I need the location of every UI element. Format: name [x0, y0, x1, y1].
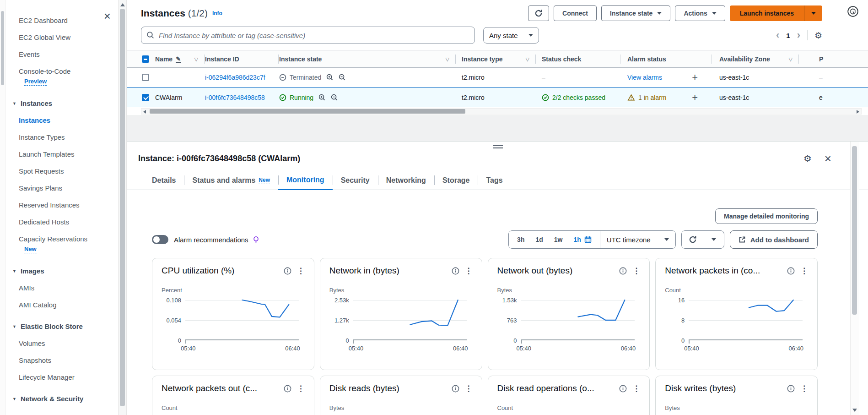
scroll-left-arrow-icon[interactable]: [143, 110, 146, 114]
sidebar-item-lifecycle-manager[interactable]: Lifecycle Manager: [6, 369, 118, 386]
scroll-up-arrow-icon[interactable]: [120, 3, 125, 6]
split-panel-drag-handle[interactable]: [493, 145, 503, 148]
instance-id-link[interactable]: i-00f6fc73648498c58: [205, 94, 265, 101]
sidebar-item-launch-templates[interactable]: Launch Templates: [6, 146, 118, 163]
alarm-recommendations-toggle[interactable]: [152, 235, 168, 244]
time-range-1w[interactable]: 1w: [554, 236, 563, 243]
connect-button[interactable]: Connect: [554, 5, 597, 21]
add-to-dashboard-button[interactable]: Add to dashboard: [730, 230, 818, 249]
instance-id-link[interactable]: i-06294f6a986d23c7f: [205, 74, 265, 81]
kebab-menu-icon[interactable]: ⋮: [465, 385, 473, 393]
horizontal-scrollbar[interactable]: [141, 108, 862, 115]
kebab-menu-icon[interactable]: ⋮: [632, 267, 640, 275]
scrollbar-thumb[interactable]: [1, 11, 4, 85]
zoom-out-filter-icon[interactable]: [339, 74, 346, 81]
zoom-in-filter-icon[interactable]: [326, 74, 334, 81]
tab-storage[interactable]: Storage: [434, 171, 478, 190]
sidebar-item-snapshots[interactable]: Snapshots: [6, 352, 118, 369]
info-icon[interactable]: [452, 385, 459, 393]
table-row-selected[interactable]: CWAlarm i-00f6fc73648498c58 Running t2.m…: [127, 87, 868, 107]
sort-icon[interactable]: ▽: [526, 56, 529, 62]
scrollbar-thumb[interactable]: [852, 146, 857, 315]
info-icon[interactable]: [619, 385, 627, 393]
info-icon[interactable]: [619, 267, 627, 275]
info-icon[interactable]: [284, 267, 291, 275]
time-range-1h-active[interactable]: 1h: [573, 236, 591, 243]
sidebar-item-instance-types[interactable]: Instance Types: [6, 129, 118, 146]
zoom-out-filter-icon[interactable]: [331, 94, 338, 101]
sidebar-item-savings-plans[interactable]: Savings Plans: [6, 180, 118, 197]
info-icon[interactable]: [787, 267, 795, 275]
time-range-3h[interactable]: 3h: [517, 236, 524, 243]
scroll-down-arrow-icon[interactable]: [852, 409, 857, 412]
sidebar-item-console-to-code[interactable]: Console-to-Code: [6, 63, 118, 77]
sort-icon[interactable]: ▽: [194, 56, 198, 62]
time-range-1d[interactable]: 1d: [535, 236, 543, 243]
sidebar-item-instances[interactable]: Instances: [6, 112, 118, 129]
scrollbar-thumb[interactable]: [120, 9, 125, 406]
refresh-button[interactable]: [528, 5, 549, 21]
instance-state-dropdown[interactable]: Instance state: [601, 5, 670, 21]
table-row[interactable]: i-06294f6a986d23c7f Terminated t2.micro …: [127, 68, 868, 87]
new-badge[interactable]: New: [24, 246, 37, 253]
page-number[interactable]: 1: [786, 32, 790, 39]
kebab-menu-icon[interactable]: ⋮: [297, 385, 305, 393]
sidebar-item-reserved-instances[interactable]: Reserved Instances: [6, 197, 118, 213]
info-link[interactable]: Info: [212, 10, 222, 16]
charts-refresh-button[interactable]: [682, 231, 704, 248]
manage-detailed-monitoring-button[interactable]: Manage detailed monitoring: [715, 208, 818, 224]
view-alarms-link[interactable]: View alarms: [627, 74, 662, 81]
info-icon[interactable]: [787, 385, 795, 393]
table-settings-gear-icon[interactable]: ⚙: [814, 31, 822, 40]
sidebar-item-capacity-reservations[interactable]: Capacity Reservations: [6, 230, 118, 245]
sidebar-item-ec2-global-view[interactable]: EC2 Global View: [6, 29, 118, 46]
info-icon[interactable]: [284, 385, 291, 393]
kebab-menu-icon[interactable]: ⋮: [800, 385, 808, 393]
sidebar-section-network-security[interactable]: ▼Network & Security: [6, 386, 118, 407]
panel-vertical-scrollbar[interactable]: [850, 142, 859, 415]
launch-instances-dropdown[interactable]: [804, 5, 822, 21]
info-icon[interactable]: [452, 267, 459, 275]
add-alarm-plus-icon[interactable]: +: [692, 93, 698, 103]
sidebar-item-spot-requests[interactable]: Spot Requests: [6, 163, 118, 180]
sidebar-section-elastic-block-store[interactable]: ▼Elastic Block Store: [6, 313, 118, 335]
tab-tags[interactable]: Tags: [478, 171, 511, 190]
col-clipped[interactable]: P: [819, 55, 823, 63]
prev-page-icon[interactable]: ‹: [776, 30, 779, 40]
sidebar-close-icon[interactable]: ×: [104, 10, 111, 22]
tab-details[interactable]: Details: [144, 171, 184, 190]
launch-instances-button[interactable]: Launch instances: [730, 5, 804, 21]
col-availability-zone[interactable]: Availability Zone: [719, 55, 770, 63]
sidebar-item-ami-catalog[interactable]: AMI Catalog: [6, 296, 118, 313]
preview-badge[interactable]: Preview: [24, 78, 47, 86]
next-page-icon[interactable]: ›: [797, 30, 800, 40]
scroll-right-arrow-icon[interactable]: [857, 110, 859, 114]
sidebar-item-volumes[interactable]: Volumes: [6, 335, 118, 352]
sidebar-item-dedicated-hosts[interactable]: Dedicated Hosts: [6, 213, 118, 230]
col-instance-state[interactable]: Instance state: [279, 55, 322, 63]
select-all-checkbox[interactable]: [142, 55, 149, 63]
kebab-menu-icon[interactable]: ⋮: [297, 267, 305, 275]
tab-status-and-alarms[interactable]: Status and alarmsNew: [184, 171, 278, 190]
col-instance-type[interactable]: Instance type: [462, 55, 502, 63]
page-left-scrollbar[interactable]: [0, 0, 5, 415]
sidebar-item-events[interactable]: Events: [6, 46, 118, 63]
row-checkbox[interactable]: [142, 74, 149, 81]
col-name[interactable]: Name: [155, 55, 173, 63]
tab-networking[interactable]: Networking: [378, 171, 434, 190]
row-checkbox[interactable]: [142, 94, 149, 101]
col-instance-id[interactable]: Instance ID: [205, 55, 239, 63]
panel-settings-gear-icon[interactable]: ⚙: [803, 154, 812, 163]
kebab-menu-icon[interactable]: ⋮: [800, 267, 808, 275]
search-input[interactable]: [141, 27, 475, 44]
sidebar-section-instances[interactable]: ▼Instances: [6, 90, 118, 112]
kebab-menu-icon[interactable]: ⋮: [632, 385, 640, 393]
tab-security[interactable]: Security: [333, 171, 378, 190]
sort-icon[interactable]: ▽: [789, 56, 793, 62]
sidebar-section-images[interactable]: ▼Images: [6, 258, 118, 279]
sort-icon[interactable]: ▽: [446, 56, 449, 62]
scrollbar-thumb[interactable]: [150, 109, 465, 114]
actions-dropdown[interactable]: Actions: [675, 5, 725, 21]
state-filter-select[interactable]: Any state: [483, 27, 539, 44]
sidebar-item-ec2-dashboard[interactable]: EC2 Dashboard: [6, 12, 118, 29]
